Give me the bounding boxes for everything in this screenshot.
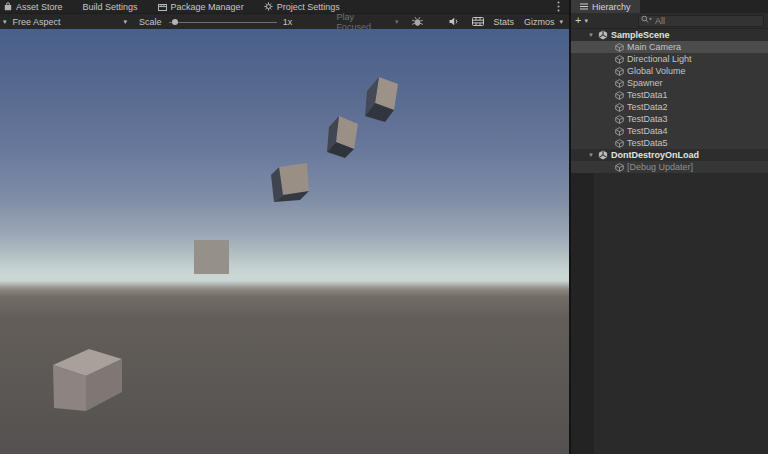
hierarchy-toolbar: + ▾ All [571, 13, 768, 29]
game-view-canvas[interactable] [0, 29, 569, 454]
package-icon [158, 3, 167, 11]
hierarchy-item-directional-light[interactable]: Directional Light [571, 53, 768, 65]
frame-capture-icon[interactable] [472, 17, 484, 26]
gameobject-icon [615, 79, 624, 88]
scale-slider[interactable] [169, 14, 277, 30]
scene-cubes [0, 29, 569, 454]
mute-audio-icon[interactable] [449, 17, 460, 26]
menu-item-label: Package Manager [171, 2, 244, 12]
scale-slider-track [169, 22, 277, 23]
gameobject-icon [615, 115, 624, 124]
foldout-icon[interactable]: ▼ [588, 32, 598, 38]
ground-cube [53, 349, 122, 411]
scale-label: Scale [139, 17, 162, 27]
gameobject-icon [615, 139, 624, 148]
gameobject-icon [615, 163, 624, 172]
hierarchy-item-testdata5[interactable]: TestData5 [571, 137, 768, 149]
falling-cube-1 [365, 77, 398, 122]
scene-icon [598, 30, 608, 40]
hierarchy-item-main-camera[interactable]: Main Camera [571, 41, 768, 53]
horizon-cube [194, 240, 229, 274]
panel-menu-icon [580, 2, 588, 12]
game-view-toolbar: ▾ Free Aspect ▾ Scale 1x Play Focused ▾ [0, 13, 569, 29]
gear-icon [264, 2, 273, 11]
gameobject-icon [615, 127, 624, 136]
chevron-down-icon: ▾ [124, 18, 128, 25]
hierarchy-item-dontdestroyonload[interactable]: ▼DontDestroyOnLoad [571, 149, 768, 161]
chevron-down-icon: ▾ [559, 18, 563, 25]
menu-item-label: Project Settings [277, 2, 340, 12]
hierarchy-search-field[interactable]: All [638, 15, 764, 27]
aspect-label: Free Aspect [13, 17, 124, 27]
menu-item-asset-store[interactable]: Asset Store [3, 0, 73, 13]
display-dropdown-icon[interactable]: ▾ [3, 18, 7, 25]
hierarchy-item-testdata4[interactable]: TestData4 [571, 125, 768, 137]
hierarchy-item-label: TestData4 [627, 126, 668, 136]
scale-slider-handle[interactable] [172, 19, 178, 25]
hierarchy-item-label: TestData5 [627, 138, 668, 148]
menu-item-package-manager[interactable]: Package Manager [148, 0, 254, 13]
gameobject-icon [615, 55, 624, 64]
menu-item-label: Build Settings [83, 2, 138, 12]
add-object-dropdown-icon[interactable]: ▾ [584, 17, 588, 24]
hierarchy-empty-area[interactable] [571, 173, 768, 454]
hierarchy-item-label: [Debug Updater] [627, 162, 693, 172]
hierarchy-item-testdata2[interactable]: TestData2 [571, 101, 768, 113]
tab-hierarchy-label: Hierarchy [592, 2, 631, 12]
menu-item-project-settings[interactable]: Project Settings [254, 0, 350, 13]
aspect-dropdown[interactable]: ▾ Free Aspect ▾ [3, 17, 127, 27]
hierarchy-item-samplescene[interactable]: ▼SampleScene [571, 29, 768, 41]
hierarchy-item-global-volume[interactable]: Global Volume [571, 65, 768, 77]
scene-icon [598, 150, 608, 160]
unity-editor-window: Asset StoreBuild SettingsPackage Manager… [0, 0, 768, 454]
hierarchy-item-label: SampleScene [611, 30, 670, 40]
foldout-icon[interactable]: ▼ [588, 152, 598, 158]
game-view-pane: Asset StoreBuild SettingsPackage Manager… [0, 0, 569, 454]
hierarchy-item-label: TestData2 [627, 102, 668, 112]
hierarchy-item-label: Global Volume [627, 66, 686, 76]
overflow-menu-icon[interactable] [551, 1, 566, 12]
search-placeholder: All [655, 16, 665, 26]
gameobject-icon [615, 43, 624, 52]
add-object-button[interactable]: + [575, 15, 581, 26]
hierarchy-tree: ▼SampleSceneMain CameraDirectional Light… [571, 29, 768, 173]
menu-item-label: Asset Store [16, 2, 63, 12]
store-icon [4, 2, 12, 11]
hierarchy-item-label: DontDestroyOnLoad [611, 150, 699, 160]
tab-hierarchy[interactable]: Hierarchy [571, 0, 640, 13]
menu-item-build-settings[interactable]: Build Settings [73, 0, 148, 13]
falling-cube-2 [327, 116, 358, 158]
gameobject-icon [615, 103, 624, 112]
top-menu: Asset StoreBuild SettingsPackage Manager… [0, 0, 569, 13]
hierarchy-tab-bar: Hierarchy [571, 0, 768, 13]
search-icon [641, 15, 652, 26]
hierarchy-item-testdata1[interactable]: TestData1 [571, 89, 768, 101]
gameobject-icon [615, 91, 624, 100]
gameobject-icon [615, 67, 624, 76]
scale-value: 1x [283, 17, 293, 27]
debug-bug-icon[interactable] [411, 16, 424, 28]
hierarchy-item-label: TestData1 [627, 90, 668, 100]
hierarchy-panel: Hierarchy + ▾ All ▼SampleSceneMain Camer… [569, 0, 768, 454]
hierarchy-item-label: Directional Light [627, 54, 692, 64]
hierarchy-item-label: TestData3 [627, 114, 668, 124]
hierarchy-item-spawner[interactable]: Spawner [571, 77, 768, 89]
gizmos-label: Gizmos [524, 17, 555, 27]
falling-cube-3 [271, 163, 309, 202]
top-menu-items: Asset StoreBuild SettingsPackage Manager… [3, 0, 350, 13]
stats-button[interactable]: Stats [493, 17, 514, 27]
hierarchy-item-label: Spawner [627, 78, 663, 88]
hierarchy-item-debug-updater[interactable]: [Debug Updater] [571, 161, 768, 173]
hierarchy-item-testdata3[interactable]: TestData3 [571, 113, 768, 125]
hierarchy-item-label: Main Camera [627, 42, 681, 52]
chevron-down-icon: ▾ [395, 18, 399, 25]
gizmos-dropdown[interactable]: Gizmos ▾ [524, 17, 563, 27]
